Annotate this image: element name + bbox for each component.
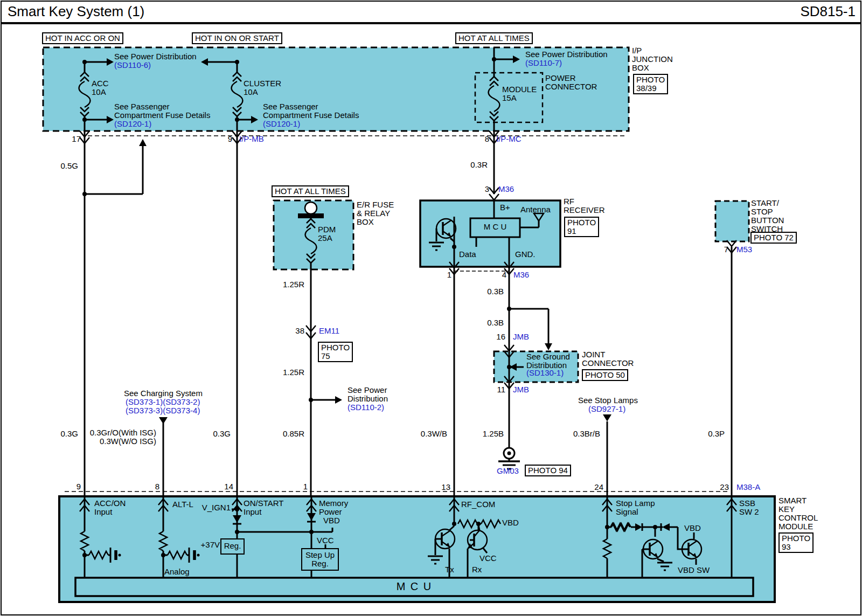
arrow-down-icon (545, 343, 552, 350)
module-pin-9: 9 (59, 482, 81, 491)
power-connector-label: POWER CONNECTOR (545, 74, 597, 91)
junction-dot (235, 507, 239, 511)
module-ssb-sw2-label: SSB SW 2 (739, 499, 759, 516)
pin-8-ipmc: 8 (468, 135, 489, 143)
diagram-canvas (0, 0, 862, 616)
joint-connector-label: JOINT CONNECTOR (582, 350, 634, 368)
connector-jmb-16[interactable]: JMB (513, 333, 529, 341)
junction-dot (119, 554, 121, 557)
wiring-diagram-page: Smart Key System (1) SD815-1 HOT IN ACC … (0, 0, 862, 616)
module-pin-23: 23 (707, 483, 729, 492)
pin-16: 16 (484, 333, 505, 341)
photo-38-39-ref[interactable]: PHOTO 38/39 (633, 74, 668, 94)
wire-label-125r-2: 1.25R (272, 368, 304, 377)
pin-4-rf: 4 (485, 271, 506, 279)
module-37v-label: +37V (193, 541, 220, 549)
junction-dot (452, 245, 456, 249)
wire-label-03gro: 0.3Gr/O(With ISG) (81, 428, 156, 437)
arrow-up-icon (139, 139, 147, 146)
module-on-start-input-label: ON/START Input (244, 499, 283, 516)
junction-dot (309, 398, 313, 402)
connector-m38-a[interactable]: M38-A (736, 483, 760, 492)
photo-75-ref[interactable]: PHOTO 75 (318, 342, 353, 362)
fuse-module-label: MODULE 15A (502, 85, 537, 102)
photo-94-ref[interactable]: PHOTO 94 (525, 465, 571, 476)
see-passenger-fuse-label-2: See Passenger Compartment Fuse Details (263, 102, 359, 120)
wire-label-125b: 1.25B (471, 430, 504, 438)
module-memory-power-label: Memory Power (319, 499, 348, 516)
wire-label-03g-left: 0.3G (46, 430, 78, 438)
ref-sd120-1-a[interactable]: (SD120-1) (114, 120, 151, 128)
junction-dot (309, 530, 314, 534)
junction-dot (82, 192, 87, 196)
ref-sd110-7[interactable]: (SD110-7) (525, 59, 562, 67)
connector-em11[interactable]: EM11 (319, 327, 339, 335)
fuse-pdm-label: PDM 25A (318, 225, 336, 243)
module-mcu-label: M C U (75, 582, 753, 591)
module-vcc-label-1: VCC (317, 536, 334, 545)
junction-dot (492, 57, 496, 61)
module-vbd-label-3: VBD (684, 524, 701, 532)
junction-dot (507, 307, 511, 311)
see-power-distribution-label-3: See Power Distribution (347, 386, 388, 403)
junction-dot (82, 60, 87, 64)
module-rfcom-label: RF_COM (461, 500, 495, 509)
ref-sd120-1-b[interactable]: (SD120-1) (263, 120, 300, 128)
photo-93-ref[interactable]: PHOTO 93 (778, 532, 814, 553)
photo-72-ref[interactable]: PHOTO 72 (750, 232, 797, 244)
ref-sd373-12[interactable]: (SD373-1)(SD373-2) (126, 398, 200, 406)
start-stop-button-switch-box (715, 201, 749, 241)
arrow-down-icon (159, 417, 168, 424)
module-vbd-label-1: VBD (323, 516, 340, 525)
module-tx-label: Tx (445, 565, 454, 574)
module-stop-lamp-signal-label: Stop Lamp Signal (616, 499, 655, 516)
connector-ip-mc[interactable]: I/P-MC (496, 135, 522, 143)
pin-38: 38 (283, 327, 304, 335)
module-stepup-reg-label: Step Up Reg. (302, 551, 338, 568)
ground-gm03-label[interactable]: GM03 (497, 467, 519, 475)
photo-91-ref[interactable]: PHOTO 91 (564, 217, 599, 237)
wire-label-03w: 0.3W(W/O ISG) (81, 437, 156, 446)
wire-label-03b-1: 0.3B (471, 287, 504, 296)
rf-gnd-label: GND. (515, 250, 536, 259)
battery-bar-icon (298, 213, 324, 218)
module-vbd-sw-label: VBD SW (678, 566, 710, 575)
wire-label-125r-1: 1.25R (272, 280, 304, 289)
rf-mcu-label: M C U (470, 223, 520, 231)
module-pin-14: 14 (212, 482, 233, 491)
module-pin-13: 13 (429, 483, 450, 492)
banner-hot-at-all-times-er: HOT AT ALL TIMES (272, 185, 349, 197)
connector-ip-mb[interactable]: I/P-MB (239, 135, 264, 143)
fuse-cluster-label: CLUSTER 10A (244, 79, 281, 96)
connector-m36-bottom[interactable]: M36 (513, 271, 529, 279)
see-stop-lamps-label: See Stop Lamps (578, 396, 638, 405)
junction-dot (452, 522, 456, 526)
module-acc-on-input-label: ACC/ON Input (94, 499, 126, 516)
wire-label-03p: 0.3P (692, 430, 725, 438)
connector-jmb-11[interactable]: JMB (513, 385, 529, 394)
module-rx-label: Rx (472, 565, 482, 574)
module-pin-1: 1 (286, 482, 308, 491)
connector-m36-top[interactable]: M36 (498, 185, 514, 193)
arrow-down-icon (603, 414, 611, 421)
module-pin-8: 8 (138, 482, 159, 491)
junction-dot (235, 117, 239, 122)
module-vign1-label: V_IGN1 (183, 503, 231, 512)
photo-50-ref[interactable]: PHOTO 50 (582, 369, 628, 381)
pin-3: 3 (468, 185, 489, 193)
start-stop-button-switch-label: START/ STOP BUTTON SWITCH (751, 199, 784, 233)
connector-m53[interactable]: M53 (736, 245, 752, 254)
ref-sd373-34[interactable]: (SD373-3)(SD373-4) (126, 406, 200, 415)
rf-data-label: Data (459, 250, 476, 259)
pin-17: 17 (59, 135, 81, 143)
banner-hot-in-acc-or-on: HOT IN ACC OR ON (42, 32, 123, 44)
ref-sd130-1[interactable]: (SD130-1) (526, 369, 564, 377)
banner-hot-in-on-or-start: HOT IN ON OR START (192, 32, 282, 44)
pin-7: 7 (707, 245, 728, 254)
ref-sd110-6[interactable]: (SD110-6) (114, 61, 151, 70)
ref-sd927-1[interactable]: (SD927-1) (588, 405, 625, 413)
banner-hot-at-all-times: HOT AT ALL TIMES (455, 32, 533, 44)
ref-sd110-2[interactable]: (SD110-2) (347, 403, 384, 412)
arrow-right-icon (335, 396, 342, 404)
er-fuse-relay-box-label: E/R FUSE & RELAY BOX (357, 200, 394, 226)
